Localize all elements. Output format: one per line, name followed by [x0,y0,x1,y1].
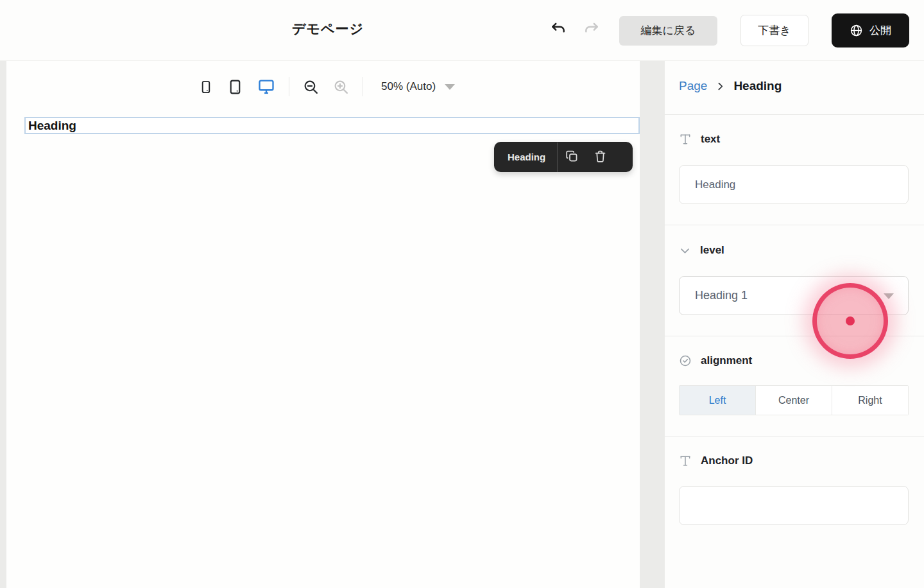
typography-icon [679,133,692,146]
device-desktop-button[interactable] [250,78,282,96]
device-tablet-button[interactable] [220,79,250,95]
text-input[interactable] [679,165,909,204]
alignment-segmented-control: Left Center Right [679,385,909,415]
redo-button[interactable] [581,20,603,42]
back-to-edit-button[interactable]: 編集に戻る [619,16,717,46]
breadcrumb-current: Heading [733,79,782,93]
header-actions: 編集に戻る 下書き 公開 [547,0,909,61]
redo-icon [583,21,600,40]
zoom-out-button[interactable] [296,79,326,95]
chevron-down-icon [445,84,455,90]
alignment-right-button[interactable]: Right [832,386,908,415]
desktop-icon [257,78,275,96]
zoom-in-icon [333,79,349,95]
sidebar-divider [665,336,924,336]
anchor-section-label: Anchor ID [679,454,753,467]
undo-icon [550,21,567,40]
block-toolbar: Heading [494,142,633,172]
delete-block-button[interactable] [586,143,614,172]
toolbar-divider [363,77,363,96]
toolbar-divider [289,77,289,96]
top-bar: デモページ 編集に戻る 下書き [0,0,924,61]
selected-heading-block[interactable]: Heading [24,117,640,134]
zoom-out-icon [303,79,319,95]
text-section-label: text [679,133,720,146]
canvas-toolbar: 50% (Auto) [191,73,459,101]
zoom-level-label: 50% (Auto) [381,80,436,93]
publish-button[interactable]: 公開 [832,13,909,48]
alignment-center-button[interactable]: Center [756,386,832,415]
publish-button-label: 公開 [869,23,891,38]
zoom-level-dropdown[interactable]: 50% (Auto) [377,80,459,93]
zoom-in-button[interactable] [326,79,356,95]
breadcrumb: Page Heading [679,79,782,93]
level-section-label: level [679,244,724,257]
sidebar-divider [665,225,924,225]
page-title: デモページ [292,20,420,38]
tablet-icon [227,79,243,95]
globe-icon [850,24,863,37]
device-phone-button[interactable] [191,80,220,94]
level-select[interactable]: Heading 1 [679,276,909,315]
breadcrumb-page-link[interactable]: Page [679,79,707,93]
undo-button[interactable] [547,20,569,42]
anchor-id-input[interactable] [679,486,909,525]
sidebar-divider [665,437,924,437]
copy-icon [565,150,579,165]
chevron-right-icon [715,81,726,92]
alignment-left-button[interactable]: Left [680,386,756,415]
trash-icon [594,150,607,165]
typography-icon [679,454,692,467]
draft-button[interactable]: 下書き [740,15,809,46]
chevron-down-icon [884,293,894,299]
chevron-down-icon [679,245,691,257]
alignment-section-label: alignment [679,354,752,367]
level-select-value: Heading 1 [680,289,748,302]
workspace: 50% (Auto) Heading Heading [0,61,924,588]
editor-canvas[interactable]: 50% (Auto) Heading Heading [6,61,640,588]
duplicate-block-button[interactable] [558,143,586,172]
phone-icon [198,80,213,94]
settings-sidebar: Page Heading text [665,61,924,588]
sidebar-divider [665,114,924,115]
heading-block-text: Heading [26,119,76,132]
block-type-label: Heading [494,151,557,162]
check-circle-icon [679,354,692,367]
